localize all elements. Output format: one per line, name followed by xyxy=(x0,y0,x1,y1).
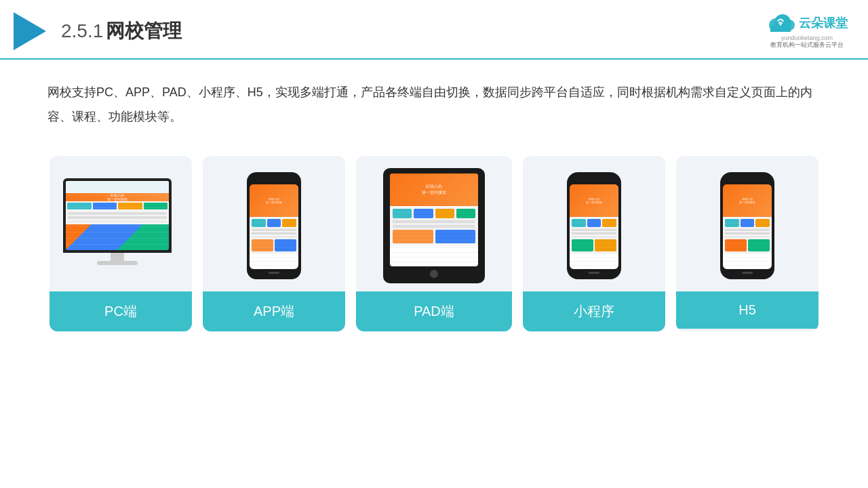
pc-mockup: 职场人的第一堂判课堂 xyxy=(63,178,178,273)
tablet-banner: 职场人的第一堂判课堂 xyxy=(390,174,478,206)
pad-card: 职场人的第一堂判课堂 xyxy=(356,156,512,331)
pad-label: PAD端 xyxy=(356,291,512,331)
tablet-home-btn xyxy=(430,270,438,278)
phone-notch-h5 xyxy=(739,178,755,182)
cloud-icon xyxy=(766,13,795,33)
h5-content: 职场人的第一堂判课堂 xyxy=(723,184,772,269)
phone-screen-content: 职场人的第一堂判课堂 xyxy=(250,184,298,269)
screen-banner: 职场人的第一堂判课堂 xyxy=(66,193,169,201)
dot1 xyxy=(68,186,71,188)
miniprogram-phone-mockup: 职场人的第一堂判课堂 xyxy=(567,172,621,279)
brand-logo: 云朵课堂 yunduoketang.com 教育机构一站式服务云平台 xyxy=(766,13,848,49)
monitor-stand xyxy=(63,253,172,265)
app-phone-mockup: 职场人的第一堂判课堂 xyxy=(247,172,301,279)
svg-point-4 xyxy=(780,24,782,26)
phone-home-mini xyxy=(589,272,599,274)
phone-body xyxy=(250,217,298,253)
monitor-screen: 职场人的第一堂判课堂 xyxy=(66,181,169,250)
h5-image-area: 职场人的第一堂判课堂 xyxy=(676,156,818,291)
pc-label: PC端 xyxy=(50,291,192,331)
screen-rows xyxy=(66,211,169,224)
phone-screen: 职场人的第一堂判课堂 xyxy=(250,184,298,269)
description-text: 网校支持PC、APP、PAD、小程序、H5，实现多端打通，产品各终端自由切换，数… xyxy=(0,60,868,142)
phone-home-bar xyxy=(269,272,279,274)
h5-banner: 职场人的第一堂判课堂 xyxy=(723,184,772,217)
app-card: 职场人的第一堂判课堂 xyxy=(203,156,345,331)
dot3 xyxy=(77,186,79,188)
monitor-neck xyxy=(111,253,124,261)
monitor-base xyxy=(97,261,138,265)
phone-notch xyxy=(266,178,282,182)
mini-body xyxy=(570,217,618,253)
screen-topbar xyxy=(66,181,169,193)
pc-card: 职场人的第一堂判课堂 xyxy=(50,156,192,331)
h5-card: 职场人的第一堂判课堂 xyxy=(676,156,818,331)
screen-body: 职场人的第一堂判课堂 xyxy=(66,193,169,224)
h5-phone-mockup: 职场人的第一堂判课堂 xyxy=(720,172,774,279)
pad-tablet-mockup: 职场人的第一堂判课堂 xyxy=(383,168,485,283)
phone-banner: 职场人的第一堂判课堂 xyxy=(250,184,298,217)
h5-body xyxy=(723,217,772,253)
svg-rect-3 xyxy=(770,25,791,32)
tablet-screen: 职场人的第一堂判课堂 xyxy=(390,174,478,266)
phone-notch-mini xyxy=(586,178,602,182)
app-image-area: 职场人的第一堂判课堂 xyxy=(203,156,345,291)
cloud-logo-area: 云朵课堂 xyxy=(766,13,848,33)
pad-image-area: 职场人的第一堂判课堂 xyxy=(356,156,512,291)
mini-banner: 职场人的第一堂判课堂 xyxy=(570,184,618,217)
h5-screen: 职场人的第一堂判课堂 xyxy=(723,184,772,269)
app-label: APP端 xyxy=(203,291,345,331)
miniprogram-image-area: 职场人的第一堂判课堂 xyxy=(523,156,665,291)
page-header: 2.5.1网校管理 云朵课堂 yunduoketang.com 教育机构一站式服… xyxy=(0,0,868,60)
miniprogram-label: 小程序 xyxy=(523,291,665,331)
h5-label: H5 xyxy=(676,291,818,329)
tablet-body xyxy=(390,206,478,246)
tablet-screen-content: 职场人的第一堂判课堂 xyxy=(390,174,478,266)
page-title: 2.5.1网校管理 xyxy=(61,18,182,44)
monitor-outer: 职场人的第一堂判课堂 xyxy=(63,178,172,253)
phone-home-h5 xyxy=(742,272,753,274)
miniprogram-content: 职场人的第一堂判课堂 xyxy=(570,184,618,269)
dot2 xyxy=(73,186,75,188)
header-left: 2.5.1网校管理 xyxy=(14,12,182,50)
pc-image-area: 职场人的第一堂判课堂 xyxy=(50,156,192,291)
screen-nav xyxy=(66,201,169,211)
device-cards-container: 职场人的第一堂判课堂 xyxy=(0,142,868,352)
miniprogram-card: 职场人的第一堂判课堂 xyxy=(523,156,665,331)
play-icon xyxy=(14,12,46,50)
miniprogram-screen: 职场人的第一堂判课堂 xyxy=(570,184,618,269)
